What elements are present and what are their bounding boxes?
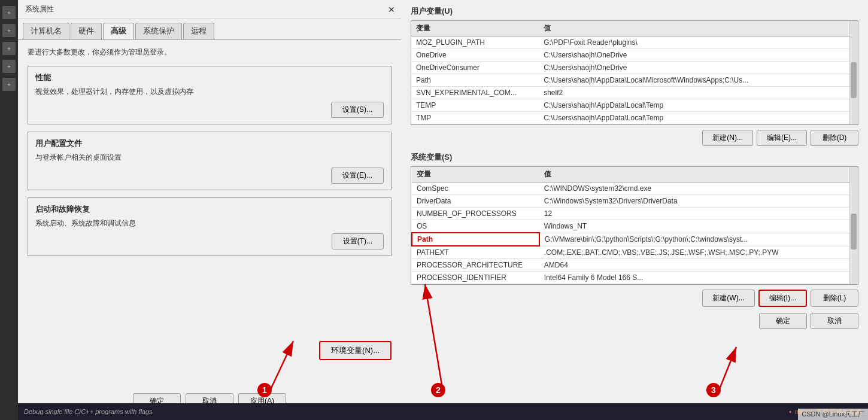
user-profile-section: 用户配置文件 与登录帐户相关的桌面设置 设置(E)... [28,132,391,190]
annotation-badge-1: 1 [257,383,272,397]
user-var-name: TMP [411,112,539,124]
sidebar-icon-1[interactable]: + [2,6,16,19]
tab-computer-name[interactable]: 计算机名 [23,23,69,39]
tab-system-protection[interactable]: 系统保护 [135,23,182,39]
system-var-name: ComSpec [412,182,539,195]
close-button[interactable]: ✕ [384,2,399,17]
startup-recovery-settings-button[interactable]: 设置(T)... [332,233,384,249]
user-var-value: C:\Users\shaojh\AppData\Local\Microsoft\… [539,74,858,87]
env-btn-wrapper: 环境变量(N)... [319,341,391,360]
user-delete-button[interactable]: 删除(D) [811,130,858,146]
startup-recovery-title: 启动和故障恢复 [35,204,384,215]
system-var-row[interactable]: NUMBER_OF_PROCESSORS12 [412,208,858,220]
system-vars-table: 变量 值 ComSpecC:\WINDOWS\system32\cmd.exeD… [411,167,858,284]
env-cancel-button[interactable]: 取消 [811,313,858,329]
system-new-button[interactable]: 新建(W)... [702,290,754,307]
user-var-name: MOZ_PLUGIN_PATH [411,36,539,49]
env-panel-content: 用户变量(U) 变量 值 MOZ_PLUGIN_PATHG:\PDF\Foxit… [401,0,868,341]
system-var-value: Windows_NT [539,220,858,233]
user-vars-scrollbar[interactable] [849,21,858,124]
system-var-name: NUMBER_OF_PROCESSORS [412,208,539,220]
user-var-row[interactable]: TEMPC:\Users\shaojh\AppData\Local\Temp [411,99,858,112]
title-bar: 系统属性 ✕ [18,0,401,19]
window-title: 系统属性 [23,4,396,14]
startup-recovery-section: 启动和故障恢复 系统启动、系统故障和调试信息 设置(T)... [28,197,391,256]
user-edit-button[interactable]: 编辑(E)... [757,130,807,146]
sidebar-icon-3[interactable]: + [2,42,16,55]
user-var-row[interactable]: TMPC:\Users\shaojh\AppData\Local\Temp [411,112,858,124]
system-val-col-header: 值 [539,167,858,182]
bottom-bar-left-text: Debug single file C/C++ programs with fl… [24,408,153,415]
system-var-value: AMD64 [539,259,858,272]
user-vars-section-label: 用户变量(U) [411,6,858,17]
system-vars-actions: 新建(W)... 编辑(I)... 删除(L) [411,290,858,307]
tab-remote[interactable]: 远程 [183,23,214,39]
user-vars-actions: 新建(N)... 编辑(E)... 删除(D) [411,130,858,146]
env-ok-button[interactable]: 确定 [759,313,807,329]
user-val-col-header: 值 [539,21,858,36]
system-var-row[interactable]: PROCESSOR_IDENTIFIERIntel64 Family 6 Mod… [412,272,858,284]
system-var-row[interactable]: ComSpecC:\WINDOWS\system32\cmd.exe [412,182,858,195]
user-var-value: shelf2 [539,87,858,99]
user-var-value: G:\PDF\Foxit Reader\plugins\ [539,36,858,49]
user-vars-table-wrapper: 变量 值 MOZ_PLUGIN_PATHG:\PDF\Foxit Reader\… [411,20,858,125]
tab-hardware[interactable]: 硬件 [71,23,102,39]
system-vars-section-label: 系统变量(S) [411,152,858,163]
sidebar-icon-4[interactable]: + [2,60,16,73]
user-var-value: C:\Users\shaojh\OneDrive [539,49,858,62]
system-var-value: .COM;.EXE;.BAT;.CMD;.VBS;.VBE;.JS;.JSE;.… [539,246,858,259]
user-var-row[interactable]: PathC:\Users\shaojh\AppData\Local\Micros… [411,74,858,87]
user-profile-title: 用户配置文件 [35,138,384,149]
admin-notice: 要进行大多数更改，你必须作为管理员登录。 [28,47,391,57]
user-vars-table: 变量 值 MOZ_PLUGIN_PATHG:\PDF\Foxit Reader\… [411,21,858,124]
user-new-button[interactable]: 新建(N)... [702,130,753,146]
system-vars-scrollbar[interactable] [849,167,858,284]
user-var-name: TEMP [411,99,539,112]
system-var-row[interactable]: OSWindows_NT [412,220,858,233]
user-var-row[interactable]: MOZ_PLUGIN_PATHG:\PDF\Foxit Reader\plugi… [411,36,858,49]
user-var-row[interactable]: SVN_EXPERIMENTAL_COM...shelf2 [411,87,858,99]
system-var-value: C:\WINDOWS\system32\cmd.exe [539,182,858,195]
system-vars-table-wrapper: 变量 值 ComSpecC:\WINDOWS\system32\cmd.exeD… [411,166,858,285]
annotation-badge-2: 2 [431,383,445,397]
panel-content: 要进行大多数更改，你必须作为管理员登录。 性能 视觉效果，处理器计划，内存使用，… [18,40,401,270]
performance-section: 性能 视觉效果，处理器计划，内存使用，以及虚拟内存 设置(S)... [28,66,391,124]
system-var-value: 12 [539,208,858,220]
user-var-row[interactable]: OneDriveC:\Users\shaojh\OneDrive [411,49,858,62]
system-var-name: Path [412,233,539,246]
system-delete-button[interactable]: 删除(L) [811,290,858,307]
user-profile-settings-button[interactable]: 设置(E)... [331,168,384,184]
tab-advanced[interactable]: 高级 [103,23,134,39]
env-variables-button[interactable]: 环境变量(N)... [319,341,391,360]
user-var-value: C:\Users\shaojh\OneDrive [539,62,858,74]
user-var-row[interactable]: OneDriveConsumerC:\Users\shaojh\OneDrive [411,62,858,74]
startup-recovery-desc: 系统启动、系统故障和调试信息 [35,218,384,229]
system-vars-scrollbar-thumb[interactable] [851,214,857,249]
system-var-name: PATHEXT [412,246,539,259]
performance-settings-button[interactable]: 设置(S)... [331,102,384,118]
user-profile-desc: 与登录帐户相关的桌面设置 [35,153,384,163]
system-var-name: DriverData [412,195,539,208]
system-vars-col-header: 变量 [412,167,539,182]
user-var-value: C:\Users\shaojh\AppData\Local\Temp [539,112,858,124]
user-var-name: SVN_EXPERIMENTAL_COM... [411,87,539,99]
system-var-name: OS [412,220,539,233]
annotation-badge-3: 3 [706,383,721,397]
watermark-text: CSDN @Linux兵工厂 [798,409,868,420]
bullet-icon: • [789,408,791,415]
user-vars-col-header: 变量 [411,21,539,36]
sidebar-icon-2[interactable]: + [2,24,16,37]
bottom-bar: Debug single file C/C++ programs with fl… [18,403,868,420]
system-var-value: G:\VMware\bin\;G:\python\Scripts\;G:\pyt… [539,233,858,246]
user-var-name: OneDrive [411,49,539,62]
user-vars-scrollbar-thumb[interactable] [851,62,857,98]
system-properties-window: 系统属性 ✕ 计算机名 硬件 高级 系统保护 远程 要进行大多数更改，你必须作为… [18,0,401,420]
system-var-row[interactable]: PATHEXT.COM;.EXE;.BAT;.CMD;.VBS;.VBE;.JS… [412,246,858,259]
system-var-name: PROCESSOR_IDENTIFIER [412,272,539,284]
system-var-row[interactable]: DriverDataC:\Windows\System32\Drivers\Dr… [412,195,858,208]
system-edit-button[interactable]: 编辑(I)... [758,290,807,307]
sidebar-icon-5[interactable]: + [2,78,16,91]
system-var-row[interactable]: PROCESSOR_ARCHITECTUREAMD64 [412,259,858,272]
user-var-name: OneDriveConsumer [411,62,539,74]
system-var-row[interactable]: PathG:\VMware\bin\;G:\python\Scripts\;G:… [412,233,858,246]
